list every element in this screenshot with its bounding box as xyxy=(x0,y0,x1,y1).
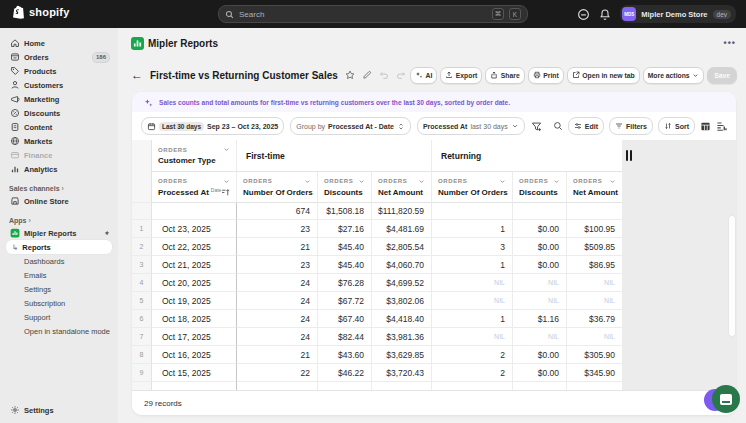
calendar-icon xyxy=(147,122,156,131)
chart-view-icon[interactable] xyxy=(716,121,727,132)
open-in-new-tab-button[interactable]: Open in new tab xyxy=(567,67,640,84)
report-toolbar: Last 30 days Sep 23 – Oct 23, 2025 Group… xyxy=(132,112,736,140)
add-filter-funnel-icon[interactable] xyxy=(531,121,542,132)
data-cell: NIL xyxy=(567,274,623,292)
search-table-icon[interactable] xyxy=(553,121,563,131)
ai-button[interactable]: AI xyxy=(410,67,437,84)
column-header-customer-type[interactable]: ORDERSCustomer Type xyxy=(152,140,237,172)
date-cell: Oct 15, 2025 xyxy=(152,364,237,382)
data-cell: $86.95 xyxy=(567,256,623,274)
data-cell: $76.28 xyxy=(318,274,372,292)
sidebar-item-customers[interactable]: Customers xyxy=(6,78,112,92)
sales-channels-label[interactable]: Sales channels› xyxy=(6,182,112,194)
date-preset-chip: Last 30 days xyxy=(159,122,204,131)
chat-launcher-button[interactable] xyxy=(712,385,740,413)
totals-cell xyxy=(513,203,567,220)
data-cell: $3,802.06 xyxy=(372,292,432,310)
redo-icon[interactable] xyxy=(396,70,406,80)
row-number-header xyxy=(132,172,152,203)
sidebar-item-marketing[interactable]: Marketing xyxy=(6,92,112,106)
column-header-net-amount[interactable]: ORDERSNet Amount xyxy=(372,172,432,203)
row-number-header xyxy=(132,140,152,172)
column-header-number-of-orders[interactable]: ORDERSNumber Of Orders xyxy=(432,172,513,203)
apps-label[interactable]: Apps› xyxy=(6,214,112,226)
sidebar-item-settings[interactable]: Settings xyxy=(6,403,112,417)
date-cell: Oct 21, 2025 xyxy=(152,256,237,274)
print-icon xyxy=(533,71,541,79)
edit-button[interactable]: Edit xyxy=(568,117,604,135)
group-by-select[interactable]: Group by Processed At - Date xyxy=(290,117,411,135)
data-cell: $1.16 xyxy=(513,310,567,328)
main-content: Mipler Reports ••• ← First-time vs Retur… xyxy=(118,28,746,423)
messenger-icon xyxy=(720,394,732,405)
undo-icon[interactable] xyxy=(379,70,389,80)
sidebar-item-content[interactable]: Content xyxy=(6,120,112,134)
date-range-button[interactable]: Last 30 days Sep 23 – Oct 23, 2025 xyxy=(141,117,284,135)
totals-cell: $111,820.59 xyxy=(372,203,432,220)
sidebar-item-reports[interactable]: ↳Reports xyxy=(6,240,112,254)
column-header-net-amount[interactable]: ORDERSNet Amount xyxy=(567,172,623,203)
share-button[interactable]: Share xyxy=(485,67,524,84)
sidebar: HomeOrders186ProductsCustomersMarketingD… xyxy=(0,28,118,423)
sort-icon[interactable] xyxy=(221,188,230,197)
filter-chip-processed-at[interactable]: Processed At last 30 days xyxy=(417,117,525,135)
sidebar-item-finance[interactable]: Finance xyxy=(6,148,112,162)
markets-icon xyxy=(9,136,20,146)
data-cell: NIL xyxy=(513,328,567,346)
column-header-processed-at[interactable]: ORDERSProcessed AtDate xyxy=(152,172,237,203)
shopify-logo[interactable]: shopify xyxy=(12,5,70,19)
sidebar-item-products[interactable]: Products xyxy=(6,64,112,78)
sidebar-item-analytics[interactable]: Analytics xyxy=(6,162,112,176)
column-header-number-of-orders[interactable]: ORDERSNumber Of Orders xyxy=(237,172,318,203)
gear-icon xyxy=(9,405,20,415)
data-cell: 23 xyxy=(237,256,318,274)
inbox-icon[interactable] xyxy=(577,8,590,21)
row-number-cell: 5 xyxy=(132,292,152,310)
data-cell: $36.79 xyxy=(567,310,623,328)
back-button[interactable]: ← xyxy=(131,68,143,82)
sidebar-item-settings[interactable]: Settings xyxy=(6,282,112,296)
date-range-text: Sep 23 – Oct 23, 2025 xyxy=(207,123,278,130)
account-menu[interactable]: MDS Mipler Demo Store dev xyxy=(620,5,736,23)
chevron-down-icon xyxy=(511,122,519,130)
column-header-discounts[interactable]: ORDERSDiscounts xyxy=(318,172,372,203)
column-pin-handle[interactable] xyxy=(626,150,633,161)
save-button[interactable]: Save xyxy=(707,67,737,84)
data-cell: $0.00 xyxy=(513,256,567,274)
edit-title-pencil-icon[interactable] xyxy=(362,70,372,80)
data-cell: $4,060.70 xyxy=(372,256,432,274)
data-cell: 3 xyxy=(432,238,513,256)
favorite-star-icon[interactable] xyxy=(345,70,355,80)
sidebar-item-orders[interactable]: Orders186 xyxy=(6,50,112,64)
column-header-discounts[interactable]: ORDERSDiscounts xyxy=(513,172,567,203)
data-cell: 1 xyxy=(432,256,513,274)
date-cell: Oct 18, 2025 xyxy=(152,310,237,328)
table-view-icon[interactable] xyxy=(700,121,711,132)
filters-button[interactable]: Filters xyxy=(609,117,653,135)
data-cell: NIL xyxy=(432,292,513,310)
pin-icon[interactable] xyxy=(103,230,110,237)
sort-button[interactable]: Sort xyxy=(658,117,695,135)
more-actions-button[interactable]: More actions xyxy=(643,67,704,84)
sidebar-item-open-in-standalone-mode[interactable]: Open in standalone mode xyxy=(6,324,112,338)
sidebar-item-mipler-reports[interactable]: Mipler Reports xyxy=(6,226,112,240)
sidebar-item-home[interactable]: Home xyxy=(6,36,112,50)
sidebar-item-markets[interactable]: Markets xyxy=(6,134,112,148)
print-button[interactable]: Print xyxy=(528,67,564,84)
sidebar-item-online-store[interactable]: Online Store xyxy=(6,194,112,208)
notifications-bell-icon[interactable] xyxy=(599,8,611,21)
topbar: shopify Search ⌘ K MDS Mipler Demo Store… xyxy=(0,0,746,28)
data-cell: $3,629.85 xyxy=(372,346,432,364)
overflow-menu-button[interactable]: ••• xyxy=(724,38,736,48)
data-cell: $3,720.43 xyxy=(372,364,432,382)
sidebar-item-discounts[interactable]: Discounts xyxy=(6,106,112,120)
sidebar-item-support[interactable]: Support xyxy=(6,310,112,324)
sidebar-item-subscription[interactable]: Subscription xyxy=(6,296,112,310)
sidebar-item-dashboards[interactable]: Dashboards xyxy=(6,254,112,268)
sidebar-item-emails[interactable]: Emails xyxy=(6,268,112,282)
vertical-scrollbar[interactable] xyxy=(729,216,735,336)
data-cell: $2,805.54 xyxy=(372,238,432,256)
search-placeholder: Search xyxy=(239,10,487,19)
export-button[interactable]: Export xyxy=(440,67,482,84)
search-input[interactable]: Search ⌘ K xyxy=(218,5,528,23)
